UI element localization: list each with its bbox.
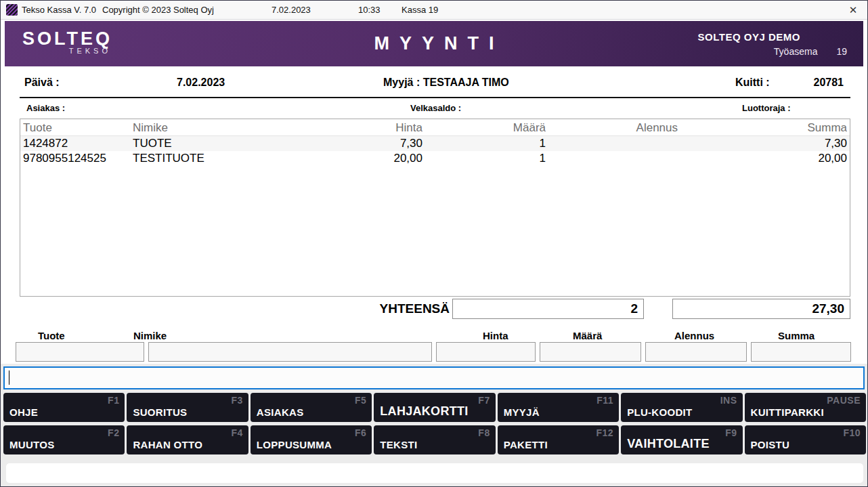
cell-summa: 20,00 [678,151,847,166]
entry-label-summa: Summa [778,330,815,341]
button-label: LOPPUSUMMA [257,439,332,450]
button-label: POISTU [751,439,790,450]
button-label: PAKETTI [504,439,548,450]
button-label: KUITTIPARKKI [751,406,824,418]
button-label: TEKSTI [380,439,417,450]
receipt-label: Kuitti : [735,77,770,89]
fkey-label: F9 [725,427,737,438]
app-icon [6,4,18,16]
teksti-button[interactable]: F8 TEKSTI [374,425,495,454]
workstation-info: Työasema19 [774,46,847,57]
rahan-otto-button[interactable]: F4 RAHAN OTTO [127,425,248,454]
entry-label-nimike: Nimike [133,330,167,341]
cell-tuote: 1424872 [23,136,133,151]
vaihtolaite-button[interactable]: F9 VAIHTOLAITE [621,425,742,454]
copyright-text: Copyright © 2023 Solteq Oyj [102,5,214,15]
entry-label-maara: Määrä [573,330,602,341]
bottom-zone: F1 OHJE F3 SUORITUS F5 ASIAKAS F7 LAHJAK… [1,364,867,486]
cell-hinta: 7,30 [307,136,422,151]
loppusumma-button[interactable]: F6 LOPPUSUMMA [251,425,372,454]
button-label: ASIAKAS [257,406,304,418]
total-sum: 27,30 [672,299,850,319]
command-input[interactable] [3,366,865,389]
table-row[interactable]: 1424872 TUOTE 7,30 1 7,30 [20,136,850,151]
table-header-row: Tuote Nimike Hinta Määrä Alennus Summa [20,119,850,136]
col-header-nimike: Nimike [133,119,307,135]
button-label: RAHAN OTTO [133,439,202,450]
debt-balance-label: Velkasaldo : [410,103,461,113]
ohje-button[interactable]: F1 OHJE [3,393,125,422]
poistu-button[interactable]: F10 POISTU [745,425,866,454]
button-label: LAHJAKORTTI [380,404,468,419]
date-label: Päivä : [24,77,60,89]
receipt-number: 20781 [776,77,844,89]
total-quantity: 2 [452,299,644,319]
myyja-button[interactable]: F11 MYYJÄ [498,393,619,422]
col-header-hinta: Hinta [307,119,422,135]
button-label: SUORITUS [133,406,187,418]
cell-hinta: 20,00 [307,151,422,166]
lahjakortti-button[interactable]: F7 LAHJAKORTTI [374,393,495,422]
cell-alennus [546,151,678,166]
kuittiparkki-button[interactable]: PAUSE KUITTIPARKKI [745,393,866,422]
fkey-label: PAUSE [827,395,861,406]
app-title: Tekso Kassa V. 7.0 [22,5,96,15]
col-header-summa: Summa [678,119,847,135]
titlebar-register: Kassa 19 [402,5,438,15]
button-label: PLU-KOODIT [627,406,692,418]
col-header-alennus: Alennus [546,119,678,135]
fkey-label: F7 [478,395,490,406]
fkey-label: F8 [478,427,490,438]
summa-input[interactable] [751,342,851,362]
paketti-button[interactable]: F12 PAKETTI [498,425,619,454]
tuote-input[interactable] [16,342,144,362]
app-header: SOLTEQ TEKSO MYYNTI SOLTEQ OYJ DEMO Työa… [5,21,863,66]
nimike-input[interactable] [148,342,432,362]
button-label: MYYJÄ [504,406,540,418]
fkey-label: F10 [843,427,861,438]
sale-lines-table: Tuote Nimike Hinta Määrä Alennus Summa 1… [20,119,850,297]
fkey-label: INS [720,395,737,406]
titlebar-time: 10:33 [358,5,381,15]
fkey-label: F6 [355,427,366,438]
fkey-label: F1 [108,395,119,406]
info-divider [20,97,850,98]
plu-koodit-button[interactable]: INS PLU-KOODIT [621,393,742,422]
date-value: 7.02.2023 [177,77,225,89]
entry-label-tuote: Tuote [38,330,65,341]
total-label: YHTEENSÄ [366,301,450,316]
cell-maara: 1 [422,136,546,151]
maara-input[interactable] [540,342,641,362]
cell-summa: 7,30 [678,136,847,151]
suoritus-button[interactable]: F3 SUORITUS [127,393,248,422]
button-label: VAIHTOLAITE [627,437,710,451]
fkey-label: F5 [355,395,366,406]
fkey-label: F12 [596,427,614,438]
close-icon[interactable]: ✕ [844,2,862,18]
entry-label-alennus: Alennus [674,330,714,341]
titlebar: Tekso Kassa V. 7.0 Copyright © 2023 Solt… [1,1,867,20]
cell-nimike: TESTITUOTE [133,151,307,166]
seller-label: Myyjä : TESTAAJA TIMO [383,77,509,89]
muutos-button[interactable]: F2 MUUTOS [3,425,125,454]
fkey-label: F4 [232,427,243,438]
button-label: OHJE [9,406,38,418]
pos-window: Tekso Kassa V. 7.0 Copyright © 2023 Solt… [0,0,868,487]
hinta-input[interactable] [436,342,536,362]
cell-alennus [546,136,678,151]
table-row[interactable]: 9780955124525 TESTITUOTE 20,00 1 20,00 [20,151,850,166]
entry-label-hinta: Hinta [483,330,508,341]
customer-label: Asiakas : [26,103,65,113]
fkey-label: F11 [596,395,613,406]
credit-limit-label: Luottoraja : [742,103,791,113]
company-name: SOLTEQ OYJ DEMO [698,31,800,43]
cell-nimike: TUOTE [133,136,307,151]
alennus-input[interactable] [645,342,747,362]
asiakas-button[interactable]: F5 ASIAKAS [251,393,372,422]
workstation-value: 19 [836,46,847,57]
col-header-tuote: Tuote [23,119,133,135]
button-label: MUUTOS [9,439,55,450]
fkey-label: F2 [108,427,119,438]
cell-maara: 1 [422,151,546,166]
fkey-label: F3 [232,395,243,406]
